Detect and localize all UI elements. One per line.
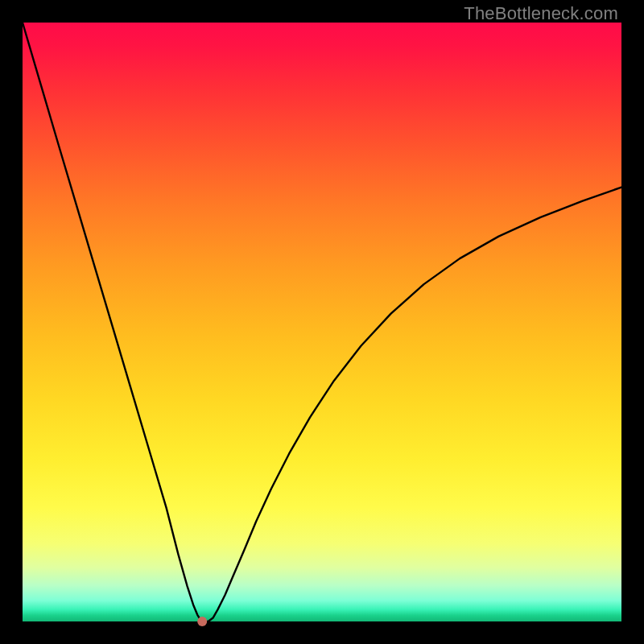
bottleneck-curve [23,23,621,621]
chart-frame: TheBottleneck.com [0,0,644,644]
curve-overlay [23,23,621,621]
watermark-text: TheBottleneck.com [464,3,618,24]
optimum-marker [197,617,207,626]
